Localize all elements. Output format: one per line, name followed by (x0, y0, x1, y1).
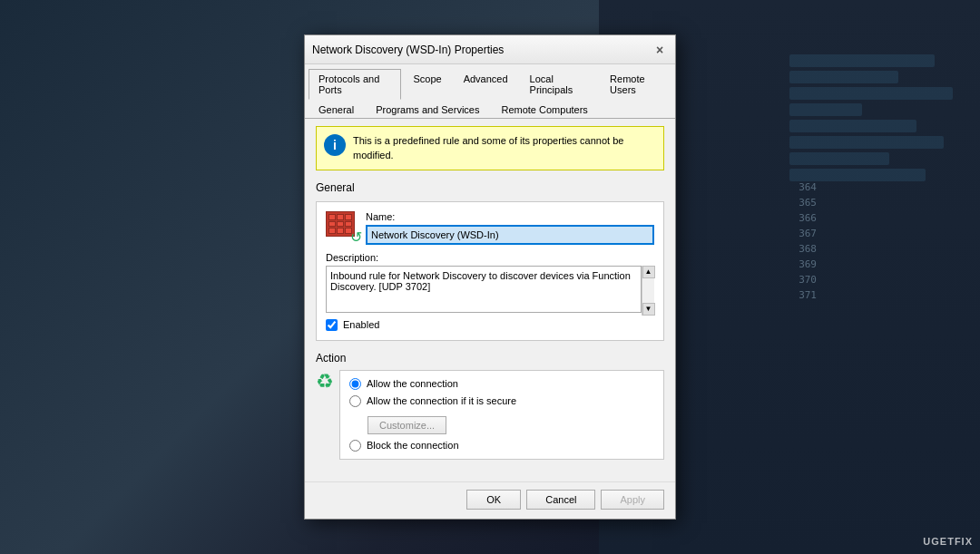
action-icon-group: ♻ Allow the connection Allow the connect… (316, 370, 664, 460)
cancel-button[interactable]: Cancel (526, 490, 595, 510)
radio-allow-connection: Allow the connection (349, 378, 654, 390)
tabs-row-1: Protocols and Ports Scope Advanced Local… (305, 64, 675, 100)
radio-allow-input[interactable] (349, 378, 361, 390)
recycle-icon: ♻ (316, 370, 334, 394)
properties-dialog: Network Discovery (WSD-In) Properties × … (304, 34, 676, 520)
name-input[interactable] (366, 225, 654, 245)
customize-button[interactable]: Customize... (368, 416, 446, 434)
name-field-row: ↺ Name: (326, 211, 654, 245)
radio-group: Allow the connection Allow the connectio… (339, 370, 664, 460)
action-section-label: Action (316, 352, 664, 364)
description-section: Description: Inbound rule for Network Di… (326, 252, 654, 316)
tab-remote-users[interactable]: Remote Users (600, 69, 673, 100)
tab-protocols-and-ports[interactable]: Protocols and Ports (309, 69, 401, 100)
radio-allow-secure-input[interactable] (349, 395, 361, 407)
apply-button[interactable]: Apply (601, 490, 664, 510)
tabs-row-2: General Programs and Services Remote Com… (305, 99, 675, 119)
info-icon: i (324, 134, 346, 156)
radio-block-input[interactable] (349, 440, 361, 452)
scrollbar-down-button[interactable]: ▼ (642, 303, 655, 316)
watermark: UGETFIX (923, 536, 973, 547)
firewall-icon-container: ↺ (326, 211, 358, 244)
dialog-content: i This is a predefined rule and some of … (305, 119, 675, 481)
tab-programs-and-services[interactable]: Programs and Services (366, 100, 489, 119)
radio-allow-label[interactable]: Allow the connection (367, 378, 458, 389)
radio-block-label[interactable]: Block the connection (367, 440, 459, 451)
dialog-overlay: Network Discovery (WSD-In) Properties × … (0, 0, 980, 554)
info-banner: i This is a predefined rule and some of … (316, 126, 664, 170)
description-label: Description: (326, 252, 654, 263)
tab-general[interactable]: General (309, 100, 364, 119)
radio-allow-secure-label[interactable]: Allow the connection if it is secure (367, 395, 516, 406)
enabled-row: Enabled (326, 319, 654, 331)
info-banner-text: This is a predefined rule and some of it… (353, 134, 656, 162)
tab-advanced[interactable]: Advanced (454, 69, 518, 100)
radio-allow-secure: Allow the connection if it is secure (349, 395, 654, 407)
dialog-title: Network Discovery (WSD-In) Properties (312, 44, 504, 56)
dialog-footer: OK Cancel Apply (305, 481, 675, 519)
close-button[interactable]: × (652, 42, 668, 58)
description-scrollbar[interactable]: ▲ ▼ (642, 266, 654, 316)
ok-button[interactable]: OK (466, 490, 521, 510)
action-section: Action ♻ Allow the connection (316, 352, 664, 460)
tab-remote-computers[interactable]: Remote Computers (491, 100, 597, 119)
arrow-icon: ↺ (350, 228, 362, 246)
description-textarea[interactable]: Inbound rule for Network Discovery to di… (326, 266, 642, 313)
tab-local-principals[interactable]: Local Principals (520, 69, 599, 100)
title-bar: Network Discovery (WSD-In) Properties × (305, 35, 675, 64)
description-container: Inbound rule for Network Discovery to di… (326, 266, 654, 316)
enabled-label[interactable]: Enabled (343, 319, 379, 330)
radio-group-container: Allow the connection Allow the connectio… (339, 370, 664, 460)
radio-block: Block the connection (349, 440, 654, 452)
name-label: Name: (366, 211, 654, 222)
scrollbar-up-button[interactable]: ▲ (642, 266, 655, 278)
enabled-checkbox[interactable] (326, 319, 338, 331)
general-section-label: General (316, 181, 664, 194)
general-section: ↺ Name: Description: Inbound rule for Ne… (316, 201, 664, 341)
tab-scope[interactable]: Scope (403, 69, 451, 100)
name-field-inputs: Name: (366, 211, 654, 245)
action-icon: ♻ (316, 370, 334, 394)
customize-row: Customize... (349, 413, 654, 434)
